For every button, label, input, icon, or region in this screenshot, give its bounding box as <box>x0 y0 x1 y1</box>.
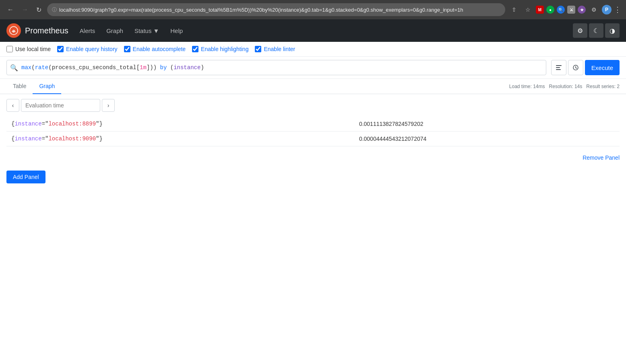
svg-rect-3 <box>556 67 560 68</box>
query-search-icon: 🔍 <box>10 64 18 72</box>
profile-avatar[interactable]: P <box>602 5 612 14</box>
enable-highlighting-checkbox[interactable] <box>192 46 198 52</box>
ext-icon-search[interactable]: 🔍 <box>557 6 565 14</box>
theme-moon-btn[interactable]: ☾ <box>589 23 603 38</box>
reload-button[interactable]: ↻ <box>34 4 44 15</box>
eval-next-btn[interactable]: › <box>102 99 115 112</box>
add-panel-button[interactable]: Add Panel <box>6 171 45 183</box>
use-local-time-checkbox[interactable] <box>6 46 13 52</box>
query-actions: Execute <box>551 60 620 75</box>
tab-stats: Load time: 14ms Resolution: 14s Result s… <box>509 80 620 93</box>
navbar-brand-text: Prometheus <box>25 26 68 35</box>
resolution-stat: Resolution: 14s <box>549 84 583 89</box>
theme-contrast-btn[interactable]: ◑ <box>605 23 620 38</box>
address-bar-container: ⓘ <box>47 3 505 16</box>
svg-rect-4 <box>556 69 561 70</box>
svg-point-1 <box>13 31 14 33</box>
browser-chrome: ← → ↻ ⓘ ⇧ ☆ M ● 🔍 ⚔ ★ ⚙ P ⋮ <box>0 0 626 19</box>
enable-linter-label: Enable linter <box>264 46 295 52</box>
status-dropdown-icon: ▼ <box>153 27 159 34</box>
svg-rect-2 <box>556 65 562 66</box>
tab-bar: Table Graph Load time: 14ms Resolution: … <box>0 79 626 94</box>
ext-icon-puzzle[interactable]: ⚔ <box>567 6 575 14</box>
eval-time-input[interactable] <box>21 99 100 112</box>
add-panel-section: Add Panel <box>0 164 626 190</box>
result-table: {instance="localhost:8899"} 0.0011113827… <box>6 117 620 146</box>
enable-autocomplete-label: Enable autocomplete <box>133 46 186 52</box>
browser-menu-icon[interactable]: ⋮ <box>614 5 621 14</box>
result-series-stat: Result series: 2 <box>586 84 620 89</box>
table-view: ‹ › {instance="localhost:8899"} 0.001111… <box>0 94 626 151</box>
tab-graph[interactable]: Graph <box>33 79 61 94</box>
ext-icon-red[interactable]: M <box>536 6 544 14</box>
load-time-stat: Load time: 14ms <box>509 84 545 89</box>
forward-button[interactable]: → <box>19 4 31 15</box>
query-input-wrapper: 🔍 max(rate(process_cpu_seconds_total[1m]… <box>6 60 546 75</box>
result-metric-1: {instance="localhost:9090"} <box>6 132 354 146</box>
remove-panel-link[interactable]: Remove Panel <box>583 154 620 161</box>
navbar: Prometheus Alerts Graph Status ▼ Help ⚙ … <box>0 19 626 42</box>
enable-query-history-checkbox[interactable] <box>57 46 64 52</box>
navbar-icons: ⚙ ☾ ◑ <box>573 23 620 38</box>
tabs: Table Graph <box>6 79 61 94</box>
table-row: {instance="localhost:8899"} 0.0011113827… <box>6 117 620 132</box>
use-local-time-label: Use local time <box>15 46 51 52</box>
option-highlighting[interactable]: Enable highlighting <box>192 46 248 52</box>
nav-graph[interactable]: Graph <box>101 24 128 37</box>
ext-icon-purple[interactable]: ★ <box>578 6 586 14</box>
panel: Table Graph Load time: 14ms Resolution: … <box>0 79 626 164</box>
svg-point-0 <box>10 27 18 35</box>
nav-links: Alerts Graph Status ▼ Help <box>75 24 570 37</box>
nav-status[interactable]: Status ▼ <box>130 24 164 37</box>
option-linter[interactable]: Enable linter <box>255 46 295 52</box>
result-metric-0: {instance="localhost:8899"} <box>6 117 354 132</box>
bookmark-icon[interactable]: ☆ <box>522 4 533 15</box>
query-bar: 🔍 max(rate(process_cpu_seconds_total[1m]… <box>0 57 626 79</box>
enable-highlighting-label: Enable highlighting <box>201 46 248 52</box>
settings-icon-btn[interactable]: ⚙ <box>573 23 587 38</box>
eval-time-bar: ‹ › <box>6 99 620 112</box>
tab-table[interactable]: Table <box>6 79 33 94</box>
ext-manage-icon[interactable]: ⚙ <box>588 4 599 15</box>
enable-autocomplete-checkbox[interactable] <box>124 46 130 52</box>
option-use-local-time[interactable]: Use local time <box>6 46 51 52</box>
nav-help[interactable]: Help <box>165 24 188 37</box>
ext-icon-green[interactable]: ● <box>546 6 554 14</box>
options-bar: Use local time Enable query history Enab… <box>0 42 626 57</box>
remove-panel-bar: Remove Panel <box>0 151 626 164</box>
execute-button[interactable]: Execute <box>585 60 620 75</box>
result-value-1: 0.00004444543212072074 <box>354 132 620 146</box>
nav-alerts[interactable]: Alerts <box>75 24 100 37</box>
secure-icon: ⓘ <box>52 6 57 13</box>
query-input[interactable]: max(rate(process_cpu_seconds_total[1m]))… <box>21 64 543 71</box>
option-autocomplete[interactable]: Enable autocomplete <box>124 46 186 52</box>
prometheus-logo <box>6 23 21 38</box>
enable-linter-checkbox[interactable] <box>255 46 261 52</box>
eval-prev-btn[interactable]: ‹ <box>6 99 19 112</box>
share-icon[interactable]: ⇧ <box>508 4 520 15</box>
table-row: {instance="localhost:9090"} 0.0000444454… <box>6 132 620 146</box>
navbar-brand: Prometheus <box>6 23 68 38</box>
query-format-btn[interactable] <box>551 60 566 75</box>
result-value-0: 0.0011113827824579202 <box>354 117 620 132</box>
address-bar[interactable] <box>59 7 500 13</box>
browser-actions: ⇧ ☆ M ● 🔍 ⚔ ★ ⚙ P ⋮ <box>508 4 621 15</box>
query-history-btn[interactable] <box>568 60 583 75</box>
enable-query-history-label: Enable query history <box>66 46 118 52</box>
option-query-history[interactable]: Enable query history <box>57 46 118 52</box>
back-button[interactable]: ← <box>5 4 16 15</box>
